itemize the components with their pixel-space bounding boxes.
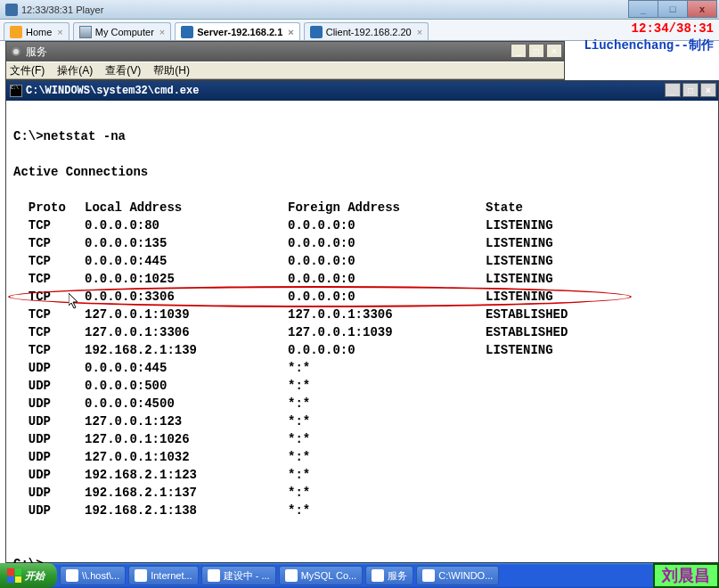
- player-titlebar: 12:33/38:31 Player _ □ x: [0, 0, 719, 20]
- cmd-heading: Active Connections: [13, 165, 148, 179]
- menu-item[interactable]: 文件(F): [10, 63, 45, 78]
- col-foreign: 0.0.0.0:0: [288, 216, 486, 234]
- maximize-button[interactable]: □: [658, 0, 688, 18]
- col-proto: UDP: [13, 430, 85, 448]
- taskbar-button[interactable]: \\.host\...: [60, 566, 126, 585]
- col-proto: UDP: [13, 377, 85, 395]
- services-maximize-button[interactable]: □: [528, 44, 544, 58]
- services-minimize-button[interactable]: _: [511, 44, 527, 58]
- col-proto: Proto: [13, 199, 85, 216]
- taskbar-button[interactable]: 服务: [365, 566, 413, 585]
- player-window-controls: _ □ x: [629, 0, 717, 18]
- col-state: ESTABLISHED: [486, 306, 568, 323]
- cmd-minimize-button[interactable]: _: [665, 83, 681, 97]
- col-proto: UDP: [13, 502, 85, 519]
- col-foreign: *:*: [288, 359, 486, 377]
- tab-client-192-168-2-20[interactable]: Client-192.168.2.20×: [304, 22, 429, 40]
- col-local: 0.0.0.0:445: [85, 359, 288, 377]
- table-row: TCP127.0.0.1:3306127.0.0.1:1039ESTABLISH…: [13, 323, 711, 341]
- tab-home[interactable]: Home×: [4, 22, 69, 40]
- col-proto: UDP: [13, 448, 85, 466]
- col-local: 192.168.2.1:139: [85, 341, 288, 359]
- col-foreign: 127.0.0.1:3306: [288, 306, 486, 323]
- minimize-button[interactable]: _: [628, 0, 658, 18]
- col-local: 0.0.0.0:500: [85, 377, 288, 395]
- close-button[interactable]: x: [687, 0, 717, 18]
- tab-close-icon[interactable]: ×: [417, 27, 422, 37]
- col-local: 127.0.0.1:1032: [85, 448, 288, 466]
- col-foreign: 0.0.0.0:0: [288, 252, 486, 270]
- col-proto: UDP: [13, 359, 85, 377]
- menu-item[interactable]: 查看(V): [105, 63, 141, 78]
- taskbar-button-label: MySQL Co...: [301, 570, 357, 581]
- col-foreign: 0.0.0.0:0: [288, 288, 486, 306]
- col-state: LISTENING: [486, 288, 553, 306]
- cmd-icon: [10, 85, 22, 97]
- col-foreign: *:*: [288, 412, 486, 430]
- menu-item[interactable]: 操作(A): [57, 63, 93, 78]
- services-menubar: 文件(F)操作(A)查看(V)帮助(H): [6, 61, 564, 79]
- col-state: LISTENING: [486, 216, 553, 234]
- taskbar: 开始 \\.host\...Internet...建设中 - ...MySQL …: [0, 563, 719, 588]
- col-local: 192.168.2.1:138: [85, 502, 288, 519]
- cmd-titlebar[interactable]: C:\WINDOWS\system32\cmd.exe _ □ ×: [6, 81, 718, 101]
- table-row: UDP0.0.0.0:4500*:*: [13, 395, 711, 412]
- col-state: ESTABLISHED: [486, 323, 568, 341]
- cmd-maximize-button[interactable]: □: [682, 83, 699, 97]
- col-foreign: *:*: [288, 448, 486, 466]
- col-state: LISTENING: [486, 234, 553, 252]
- table-row: UDP192.168.2.1:138*:*: [13, 502, 711, 519]
- col-local: 192.168.2.1:137: [85, 484, 288, 502]
- tab-label: Client-192.168.2.20: [326, 27, 412, 37]
- desktop: 服务 _ □ × 文件(F)操作(A)查看(V)帮助(H) C:\WINDOWS…: [0, 41, 719, 563]
- start-button[interactable]: 开始: [0, 563, 57, 588]
- taskbar-button[interactable]: C:\WINDO...: [416, 566, 499, 585]
- srv-icon: [181, 26, 193, 38]
- taskbar-button[interactable]: 建设中 - ...: [201, 566, 276, 585]
- tab-my-computer[interactable]: My Computer×: [73, 22, 171, 40]
- taskbar-button-label: 服务: [388, 569, 407, 583]
- services-window[interactable]: 服务 _ □ × 文件(F)操作(A)查看(V)帮助(H): [5, 41, 565, 80]
- tab-close-icon[interactable]: ×: [288, 27, 293, 37]
- col-state: LISTENING: [486, 341, 553, 359]
- cmd-window[interactable]: C:\WINDOWS\system32\cmd.exe _ □ × C:\>ne…: [5, 80, 719, 563]
- table-row: TCP0.0.0.0:1350.0.0.0:0LISTENING: [13, 234, 711, 252]
- table-row: TCP0.0.0.0:4450.0.0.0:0LISTENING: [13, 252, 711, 270]
- col-foreign: 0.0.0.0:0: [288, 341, 486, 359]
- tab-close-icon[interactable]: ×: [159, 27, 165, 37]
- services-close-button[interactable]: ×: [546, 44, 562, 58]
- taskbar-button[interactable]: Internet...: [128, 566, 198, 585]
- services-titlebar[interactable]: 服务 _ □ ×: [6, 42, 564, 61]
- signature-stamp: 刘晨昌: [653, 563, 719, 588]
- pc-icon: [79, 26, 92, 38]
- col-local: 127.0.0.1:3306: [85, 323, 288, 341]
- app-icon: [66, 569, 78, 582]
- table-row: UDP127.0.0.1:123*:*: [13, 412, 711, 430]
- cmd-close-button[interactable]: ×: [700, 83, 716, 97]
- services-window-controls: _ □ ×: [509, 44, 562, 58]
- col-state: LISTENING: [486, 252, 553, 270]
- col-foreign: 0.0.0.0:0: [288, 234, 486, 252]
- col-local: 0.0.0.0:80: [85, 216, 288, 234]
- tab-label: My Computer: [95, 27, 154, 37]
- tab-server-192-168-2-1[interactable]: Server-192.168.2.1×: [175, 22, 299, 40]
- col-local: Local Address: [85, 199, 288, 216]
- col-local: 0.0.0.0:445: [85, 252, 288, 270]
- table-row: UDP0.0.0.0:500*:*: [13, 377, 711, 395]
- col-local: 0.0.0.0:135: [85, 234, 288, 252]
- cmd-body[interactable]: C:\>netstat -na Active Connections Proto…: [6, 101, 718, 562]
- col-proto: UDP: [13, 412, 85, 430]
- app-icon: [372, 569, 384, 582]
- col-foreign: *:*: [288, 502, 486, 519]
- tab-close-icon[interactable]: ×: [57, 27, 62, 37]
- col-proto: TCP: [13, 216, 85, 234]
- app-icon: [285, 569, 298, 582]
- services-title: 服务: [26, 45, 47, 60]
- mouse-cursor-icon: [69, 257, 79, 274]
- taskbar-button[interactable]: MySQL Co...: [279, 566, 364, 585]
- table-row: TCP0.0.0.0:800.0.0.0:0LISTENING: [13, 216, 711, 234]
- col-state: State: [486, 199, 523, 216]
- table-header: ProtoLocal AddressForeign AddressState: [13, 199, 711, 216]
- taskbar-button-label: C:\WINDO...: [438, 570, 493, 581]
- menu-item[interactable]: 帮助(H): [153, 63, 190, 78]
